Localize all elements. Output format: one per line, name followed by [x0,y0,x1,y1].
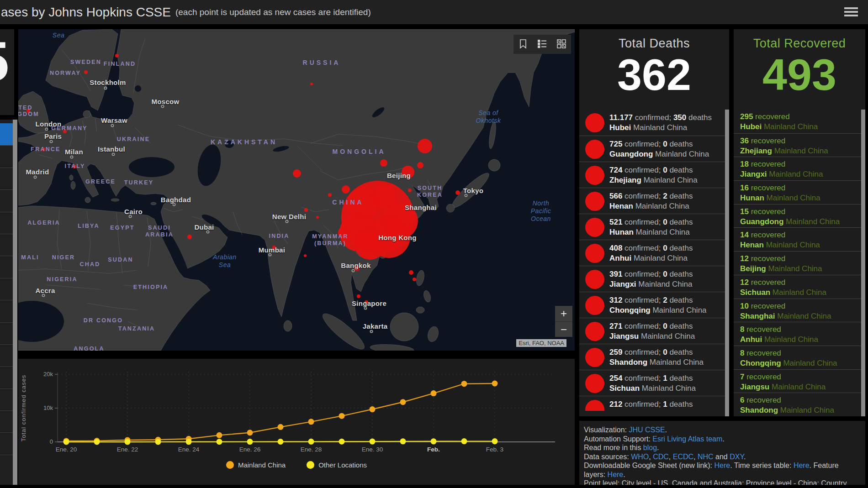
outbreak-point[interactable] [304,254,307,257]
outbreak-point[interactable] [187,235,192,239]
basemap-icon[interactable] [555,37,568,51]
death-list-item[interactable]: 408 confirmed; 0 deathsAnhui Mainland Ch… [579,240,725,266]
outbreak-point[interactable] [365,300,368,304]
credit-link[interactable]: Here [608,471,624,478]
recovered-list-item[interactable]: 8 recoveredChongqing Mainland China [734,346,861,369]
outbreak-point[interactable] [84,70,88,74]
death-list-item[interactable]: 271 confirmed; 0 deathsJiangsu Mainland … [579,318,725,344]
region-list-row[interactable] [0,455,13,477]
outbreak-point[interactable] [409,270,413,275]
death-list-item[interactable]: 566 confirmed; 2 deathsHenan Mainland Ch… [579,188,725,214]
region-list-row[interactable] [0,432,13,454]
region-list-row[interactable] [0,344,13,366]
map-panel[interactable]: SeaSWEDENFINLANDNORWAYStockholmMoscowTED… [18,29,575,351]
region-list-row[interactable] [0,388,13,410]
credit-link[interactable]: Here [794,462,810,469]
death-list-item[interactable]: 391 confirmed; 0 deathsJiangxi Mainland … [579,266,725,292]
credit-link[interactable]: NHC [698,453,714,461]
outbreak-point[interactable] [418,139,432,153]
region-list-row[interactable] [0,189,13,211]
region-list-row[interactable] [0,300,13,322]
outbreak-point[interactable] [293,169,301,178]
recovered-list-item[interactable]: 6 recoveredShandong Mainland China [734,393,861,416]
recovered-item-region: Beijing Mainland China [740,264,859,274]
recovered-list-item[interactable]: 8 recoveredAnhui Mainland China [734,322,861,346]
region-list-row[interactable] [0,145,13,167]
outbreak-point[interactable] [362,245,376,259]
outbreak-point[interactable] [26,109,30,113]
left-list-scrollbar[interactable] [13,120,17,485]
death-list-item[interactable]: 724 confirmed; 0 deathsZhejiang Mainland… [579,162,725,188]
y-tick-label: 0 [50,438,53,445]
region-list-row[interactable] [0,234,13,256]
recovered-list-item[interactable]: 15 recoveredGuangdong Mainland China [734,204,861,228]
outbreak-point[interactable] [417,162,423,168]
outbreak-point[interactable] [354,266,360,271]
death-list-item[interactable]: 11.177 confirmed; 350 deathsHubei Mainla… [579,110,725,136]
hamburger-icon[interactable] [844,7,858,18]
outbreak-point[interactable] [402,166,414,178]
region-list-row[interactable] [0,410,13,432]
outbreak-point[interactable] [115,54,119,58]
outbreak-point[interactable] [310,83,313,85]
data-point [492,381,498,387]
deaths-scrollbar[interactable] [725,110,729,416]
outbreak-point[interactable] [338,227,350,239]
region-list-row[interactable] [0,278,13,300]
credit-link[interactable]: CDC [653,453,669,461]
recovered-list-item[interactable]: 12 recoveredSichuan Mainland China [734,275,861,299]
outbreak-point[interactable] [408,189,412,192]
credit-link[interactable]: JHU CSSE [629,426,665,434]
region-list-panel-cutoff [0,120,17,485]
region-list-row[interactable] [0,366,13,388]
outbreak-point[interactable] [328,193,332,197]
region-list-row-selected[interactable] [0,123,13,145]
zoom-in-button[interactable]: + [555,306,572,321]
credit-link[interactable]: blog [643,444,657,451]
app-subtitle: (each point is updated as new cases are … [175,7,371,17]
death-list-item[interactable]: 254 confirmed; 1 deathsSichuan Mainland … [579,370,725,396]
recovered-list-item[interactable]: 7 recoveredJiangsu Mainland China [734,369,861,393]
zoom-out-button[interactable]: − [555,321,572,337]
recovered-list-item[interactable]: 10 recoveredShanghai Mainland China [734,299,861,322]
region-list-row[interactable] [0,256,13,278]
recovered-list-item[interactable]: 36 recoveredZhejiang Mainland China [734,133,861,157]
death-list-item[interactable]: 725 confirmed; 0 deathsGuangdong Mainlan… [579,136,725,162]
credit-link[interactable]: ECDC [673,453,693,461]
credit-link[interactable]: Here [715,462,730,469]
outbreak-point[interactable] [455,190,460,195]
outbreak-point[interactable] [381,203,418,239]
recovered-list-item[interactable]: 295 recoveredHubei Mainland China [734,110,861,133]
death-list-item[interactable]: 259 confirmed; 0 deathsShandong Mainland… [579,344,725,370]
region-list-row[interactable] [0,212,13,234]
death-list-item[interactable]: 521 confirmed; 0 deathsHunan Mainland Ch… [579,214,725,240]
outbreak-point[interactable] [63,130,67,133]
recovered-list-item[interactable]: 18 recoveredJiangxi Mainland China [734,157,861,180]
credit-link[interactable]: Esri Living Atlas team [652,435,722,443]
recovered-list-item[interactable]: 14 recoveredHenan Mainland China [734,227,861,251]
outbreak-point[interactable] [42,147,45,151]
bookmark-icon[interactable] [516,37,530,51]
outbreak-point[interactable] [357,294,360,298]
region-list-row[interactable] [0,322,13,344]
outbreak-point[interactable] [304,208,308,212]
recovered-list-item[interactable]: 16 recoveredHunan Mainland China [734,180,861,204]
outbreak-point[interactable] [342,185,350,194]
data-point [247,430,253,436]
data-point [247,439,253,445]
death-list-item[interactable]: 212 confirmed; 1 deathsBeijing Mainland … [579,396,725,411]
recovered-list-item[interactable]: 12 recoveredBeijing Mainland China [734,251,861,275]
credit-text: , [693,453,698,461]
death-list-item[interactable]: 312 confirmed; 2 deathsChongqing Mainlan… [579,292,725,318]
recovered-scrollbar[interactable] [861,110,865,416]
outbreak-point[interactable] [316,216,319,219]
outbreak-point[interactable] [396,241,402,246]
credit-link[interactable]: DXY [730,453,744,461]
outbreak-point[interactable] [413,278,416,281]
legend-icon[interactable] [535,37,549,51]
credit-link[interactable]: WHO [631,453,649,461]
outbreak-point[interactable] [380,159,387,167]
outbreak-point[interactable] [272,246,276,249]
region-list-row[interactable] [0,168,13,189]
outbreak-point[interactable] [73,165,76,168]
